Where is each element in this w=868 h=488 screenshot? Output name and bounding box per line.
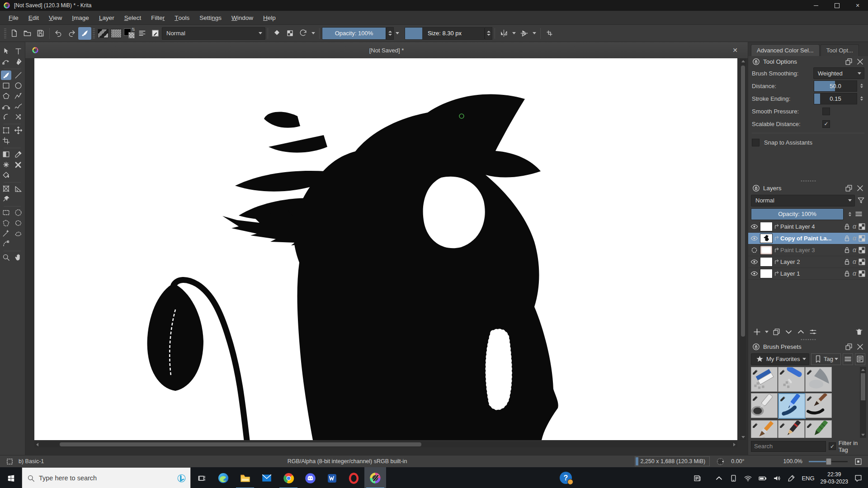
line-tool[interactable] [13,70,24,80]
mirror-horizontal-caret[interactable] [510,28,518,39]
menu-settings[interactable]: Settings [194,11,226,24]
add-layer-button[interactable] [753,328,761,336]
polyline-tool[interactable] [13,91,24,101]
layer-filter-icon[interactable] [857,196,865,205]
help-notification-icon[interactable]: ? [560,472,572,484]
reference-images-tool[interactable] [1,194,11,204]
brush-preset-ink-pen-bamboo[interactable] [805,420,832,438]
float-docker-icon[interactable] [844,343,853,351]
layer-menu-icon[interactable] [854,210,863,218]
ellipse-tool[interactable] [13,81,24,90]
measure-tool[interactable] [13,184,24,193]
menu-file[interactable]: File [4,11,24,24]
taskbar-task-view-icon[interactable] [191,467,212,488]
layer-opacity-spinner[interactable] [847,212,853,216]
brush-preset-eraser-large[interactable] [751,367,778,392]
selection-mode-icon[interactable] [5,457,14,466]
layer-inherit-alpha-icon[interactable] [858,234,866,243]
menu-layer[interactable]: Layer [94,11,119,24]
preset-search-input[interactable]: Search [751,441,826,452]
layer-inherit-alpha-icon[interactable] [858,269,866,278]
foreground-background-colors[interactable]: ⇅ [123,27,136,40]
add-layer-caret[interactable] [765,331,769,333]
swap-colors-icon[interactable]: ⇅ [132,27,135,32]
menu-filter[interactable]: Filter [146,11,170,24]
select-magnetic-tool[interactable] [1,239,11,249]
trim-canvas-button[interactable] [543,27,556,40]
layer-properties-button[interactable] [809,328,817,336]
freehand-path-tool[interactable] [13,102,24,111]
freehand-brush-tool[interactable] [1,70,11,80]
bing-icon[interactable] [177,474,186,483]
polygon-tool[interactable] [1,91,11,101]
mirror-vertical-caret[interactable] [531,28,538,39]
taskbar-discord-icon[interactable] [299,467,321,488]
menu-edit[interactable]: Edit [24,11,44,24]
select-shapes-tool[interactable] [1,47,11,56]
distance-spinner[interactable] [859,84,864,88]
preserve-alpha-button[interactable] [283,27,297,40]
presets-scrollbar[interactable] [860,367,866,438]
tag-button[interactable]: Tag [811,353,841,365]
canvas-size-box[interactable]: 2,250 x 1,688 (120.3 MiB) [635,456,710,466]
battery-icon[interactable] [758,474,767,483]
rotation-dial-icon[interactable] [716,457,725,466]
brush-editor-button[interactable] [149,27,162,40]
delete-layer-button[interactable] [855,328,863,336]
wifi-icon[interactable] [744,474,752,483]
zoom-tool[interactable] [1,253,11,262]
taskbar-clock[interactable]: 22:39 29-03-2023 [821,471,848,485]
taskbar-search-box[interactable]: Type here to search [22,467,191,488]
layer-alpha-icon[interactable]: α [853,258,856,265]
zoom-slider-handle[interactable] [826,458,831,465]
brush-size-spinner[interactable] [485,27,492,40]
maximize-button[interactable] [826,0,847,11]
workspace-chooser-button[interactable] [136,27,149,40]
layer-visible-icon[interactable] [748,258,760,266]
transform-tool[interactable] [1,126,11,135]
detail-view-button[interactable] [855,353,865,365]
brush-preset-paintbrush-wet[interactable] [751,420,778,438]
layer-lock-icon[interactable] [843,258,851,266]
layer-row[interactable]: Copy of Paint La...α [748,233,868,244]
hidden-icons-chevron[interactable] [715,474,723,483]
background-color[interactable] [128,32,135,38]
language-indicator[interactable]: ENG [802,475,814,482]
layer-alpha-icon[interactable]: α [853,223,856,230]
move-layer-up-button[interactable] [797,328,805,336]
layer-inherit-alpha-icon[interactable] [858,246,866,254]
docker-lock-icon[interactable] [752,184,760,192]
float-docker-icon[interactable] [844,57,853,66]
assistants-tool[interactable] [1,184,11,193]
pattern-swatch-button[interactable] [109,27,123,40]
brush-preset-basic-tip[interactable] [778,393,806,419]
duplicate-layer-button[interactable] [772,328,781,336]
brush-size-slider[interactable]: Size: 8.30 px [405,27,485,40]
select-bezier-tool[interactable] [13,229,24,238]
stroke-ending-spinner[interactable] [859,96,864,101]
brush-preset-airbrush-pressure[interactable] [751,393,778,418]
layer-lock-icon[interactable] [843,246,851,254]
canvas[interactable] [34,58,737,440]
taskbar-edge-icon[interactable] [212,467,234,488]
favorites-dropdown[interactable]: My Favorites [751,353,809,365]
layer-visible-icon[interactable] [748,269,760,278]
dynamic-brush-tool[interactable] [1,112,11,122]
new-document-button[interactable] [8,27,21,40]
taskbar-file-explorer-icon[interactable] [234,467,256,488]
layer-lock-icon[interactable] [843,269,851,278]
toolbar-grip[interactable] [4,28,6,38]
layer-row[interactable]: Paint Layer 4α [748,221,868,233]
layer-alpha-icon[interactable]: α [853,270,856,277]
gradient-swatch-button[interactable] [96,27,109,40]
undo-button[interactable] [52,27,65,40]
crop-tool[interactable] [1,136,11,145]
layer-inherit-alpha-icon[interactable] [858,258,866,266]
menu-select[interactable]: Select [119,11,146,24]
horizontal-scrollbar[interactable] [34,441,737,447]
presets-scroll-thumb[interactable] [861,373,865,400]
close-docker-icon[interactable] [856,343,864,351]
menu-image[interactable]: Image [67,11,94,24]
save-button[interactable] [34,27,47,40]
opacity-spinner[interactable] [386,27,394,40]
